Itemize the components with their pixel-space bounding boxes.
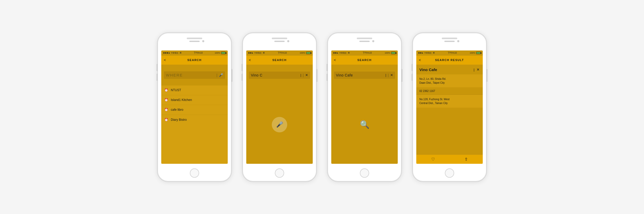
screen-4: 中華電信 ⌘ 下午9:22 100% <	[416, 50, 483, 164]
app-header-3: < SEARCH	[331, 56, 398, 65]
carrier-2: 中華電信	[254, 52, 261, 54]
recent-label-4: Diary Bistro	[171, 118, 187, 122]
search-input-row-1[interactable]: WHERE | 🎤	[164, 71, 225, 79]
phone-1: 中華電信 ⌘ 下午9:22 100%	[157, 32, 232, 182]
phone-2: 中華電信 ⌘ 下午9:22 100% <	[242, 32, 317, 182]
search-area-1: WHERE | 🎤	[161, 65, 228, 85]
signal-dot	[418, 52, 420, 54]
result-address1: No.2, Ln. 80, Shida Rd. Daan Dist., Taip…	[416, 74, 483, 88]
status-bar-1: 中華電信 ⌘ 下午9:22 100%	[161, 50, 228, 56]
back-btn-1[interactable]: <	[164, 58, 166, 62]
mic-circle-2[interactable]: 🎤	[272, 117, 287, 132]
back-btn-3[interactable]: <	[334, 58, 336, 62]
cursor-3: |	[385, 73, 386, 77]
time-4: 下午9:22	[448, 51, 457, 55]
signal-dot	[248, 52, 250, 54]
camera-1	[202, 40, 204, 42]
battery-icon-2	[306, 52, 311, 54]
signal-dot	[335, 52, 336, 54]
side-btn-left2-4	[412, 74, 413, 81]
search-loading-area-3: 🔍	[331, 85, 398, 164]
home-btn-1[interactable]	[190, 168, 199, 178]
carrier-1: 中華電信	[171, 52, 178, 54]
side-btn-right-1	[231, 69, 232, 82]
speaker-1	[189, 41, 200, 42]
recent-label-3: cafe libro	[171, 108, 183, 112]
phone-shell-2: 中華電信 ⌘ 下午9:22 100% <	[242, 32, 317, 182]
phone-3: 中華電信 ⌘ 下午9:22 100% <	[327, 32, 402, 182]
phone-shell-1: 中華電信 ⌘ 下午9:22 100%	[157, 32, 232, 182]
search-value-2: Vino C	[251, 73, 299, 77]
signal-dot	[169, 53, 170, 54]
camera-4	[457, 40, 459, 42]
clock-icon-2: ⏰	[164, 98, 168, 102]
divider-3: |	[388, 73, 389, 77]
speaker-4	[444, 41, 455, 42]
time-1: 下午9:22	[194, 51, 203, 55]
wifi-icon-4: ⌘	[433, 52, 435, 54]
camera-2	[287, 40, 289, 42]
screen-1: 中華電信 ⌘ 下午9:22 100%	[161, 50, 228, 164]
home-btn-3[interactable]	[360, 168, 369, 178]
screen-2: 中華電信 ⌘ 下午9:22 100% <	[246, 50, 313, 164]
speaker-3	[359, 41, 370, 42]
side-btn-right-2	[316, 69, 317, 82]
result-divider: |	[474, 68, 474, 72]
time-3: 下午9:22	[363, 51, 372, 55]
battery-pct-1: 100%	[215, 52, 220, 54]
speaker-2	[274, 41, 285, 42]
home-btn-4[interactable]	[445, 168, 454, 178]
side-btn-left-3	[327, 64, 328, 71]
share-icon[interactable]: ⇧	[464, 157, 468, 162]
recent-label-2: Island1 Kitchen	[171, 98, 192, 102]
clear-icon-3[interactable]: ✕	[390, 73, 393, 77]
search-placeholder-1: WHERE	[166, 73, 215, 77]
clock-icon-3: ⏰	[164, 108, 168, 112]
result-phone[interactable]: 02 2362 1167	[416, 88, 483, 95]
search-input-row-3[interactable]: Vino Cafe | | ✕	[334, 72, 395, 79]
result-actions: ♡ ⇧	[416, 155, 483, 164]
header-title-1: SEARCH	[187, 58, 201, 62]
back-btn-2[interactable]: <	[249, 58, 251, 62]
side-btn-left-4	[412, 64, 413, 71]
app-header-2: < SEARCH	[246, 56, 313, 65]
phone-4: 中華電信 ⌘ 下午9:22 100% <	[412, 32, 487, 182]
result-header-row: Vino Cafe | ✕	[416, 65, 483, 74]
back-btn-4[interactable]: <	[419, 58, 421, 62]
recent-item-diary[interactable]: ⏰ Diary Bistro	[161, 115, 228, 125]
header-title-2: SEARCH	[272, 58, 286, 62]
header-title-4: SEARCH RESULT	[435, 58, 464, 62]
favorite-icon[interactable]: ♡	[431, 157, 435, 162]
home-btn-2[interactable]	[275, 168, 284, 178]
clear-icon-2[interactable]: ✕	[305, 73, 308, 77]
signal-dot	[167, 52, 168, 54]
signal-dot	[165, 52, 166, 54]
search-input-row-2[interactable]: Vino C | | ✕	[249, 72, 310, 79]
side-btn-right-4	[486, 69, 487, 82]
battery-pct-2: 100%	[300, 52, 305, 54]
mic-icon-1[interactable]: 🎤	[219, 73, 223, 77]
search-area-2: Vino C | | ✕	[246, 65, 313, 85]
header-title-3: SEARCH	[357, 58, 371, 62]
result-close-icon[interactable]: ✕	[477, 67, 480, 72]
app-header-4: < SEARCH RESULT	[416, 56, 483, 65]
result-address2: No.128, Fuzhong St. West Central Dist., …	[416, 95, 483, 108]
recent-item-island[interactable]: ⏰ Island1 Kitchen	[161, 95, 228, 105]
battery-pct-4: 100%	[470, 52, 475, 54]
signal-dot	[250, 52, 251, 54]
top-bar-2	[272, 38, 287, 39]
app-header-1: < SEARCH	[161, 56, 228, 65]
side-btn-right-3	[401, 69, 402, 82]
side-btn-left2-1	[157, 74, 158, 81]
carrier-4: 中華電信	[424, 52, 431, 54]
recent-item-ntust[interactable]: ⏰ NTUST	[161, 85, 228, 95]
signal-dot	[337, 53, 338, 54]
recent-label-1: NTUST	[171, 88, 181, 92]
recent-list-1: ⏰ NTUST ⏰ Island1 Kitchen ⏰ cafe libro	[161, 85, 228, 164]
camera-3	[372, 40, 374, 42]
divider-1: |	[216, 73, 217, 77]
status-bar-4: 中華電信 ⌘ 下午9:22 100%	[416, 50, 483, 56]
signal-dot	[252, 53, 253, 54]
divider-2: |	[303, 73, 304, 77]
recent-item-cafe[interactable]: ⏰ cafe libro	[161, 105, 228, 115]
